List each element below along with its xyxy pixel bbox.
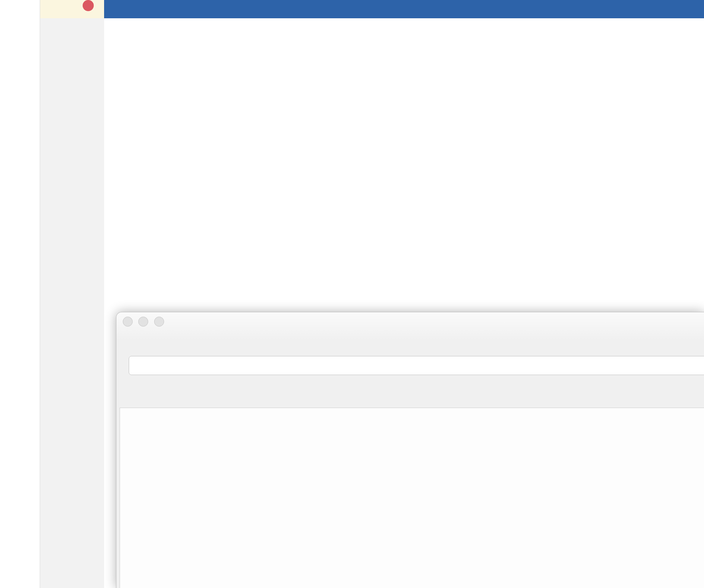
code-editor[interactable] (104, 0, 704, 312)
project-tree-panel (0, 0, 40, 588)
window-close-button[interactable] (123, 317, 133, 327)
ide-window (0, 0, 704, 588)
breakpoint-verified-check-icon (87, 0, 99, 12)
window-zoom-button[interactable] (154, 317, 164, 327)
editor-gutter (40, 0, 104, 588)
expression-input[interactable] (129, 356, 704, 375)
result-tree (120, 408, 704, 588)
window-minimize-button[interactable] (138, 317, 148, 327)
evaluate-dialog (116, 312, 704, 588)
